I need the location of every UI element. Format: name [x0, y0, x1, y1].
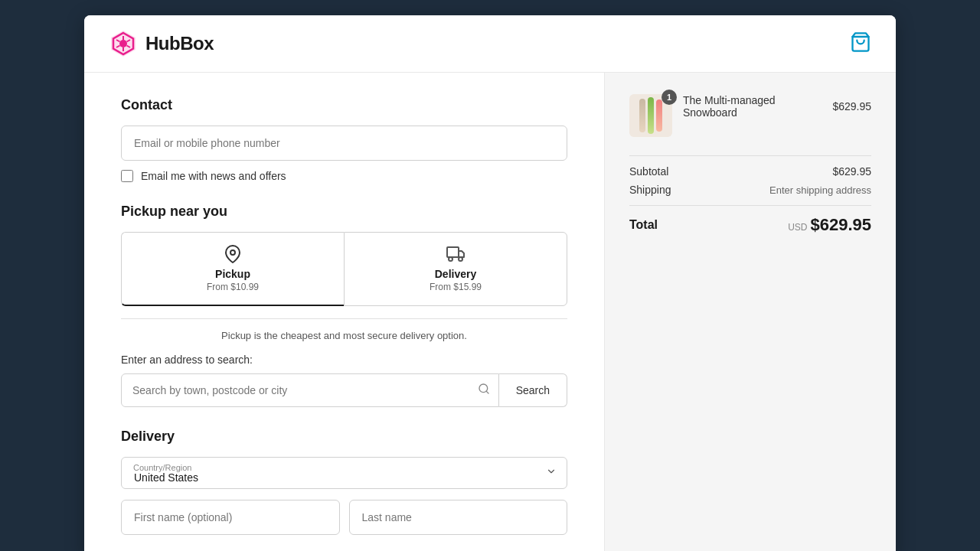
shipping-value: Enter shipping address [769, 184, 871, 196]
search-button[interactable]: Search [499, 373, 567, 407]
location-icon [224, 245, 242, 263]
delivery-heading: Delivery [121, 429, 567, 445]
subtotal-row: Subtotal $629.95 [629, 165, 871, 178]
cart-icon [850, 31, 871, 53]
order-item: 1 The Multi-managed Snowboard $629.95 [629, 94, 871, 137]
search-row: Search [121, 373, 567, 407]
delivery-section: Delivery Country/Region United States Ca… [121, 429, 567, 535]
logo: HubBox [109, 29, 214, 58]
product-name: The Multi-managed Snowboard [683, 94, 825, 119]
pickup-info: Pickup is the cheapest and most secure d… [121, 330, 567, 341]
newsletter-checkbox[interactable] [121, 170, 133, 182]
header: HubBox [84, 15, 896, 73]
product-image-wrapper: 1 [629, 94, 672, 137]
pickup-tab-price: From $10.99 [207, 282, 259, 292]
svg-marker-12 [459, 251, 464, 257]
delivery-options: Pickup From $10.99 Delivery From $15.99 [121, 232, 567, 306]
hubbox-logo-icon [109, 29, 138, 58]
subtotal-label: Subtotal [629, 165, 668, 178]
email-field[interactable] [121, 126, 567, 161]
pickup-section: Pickup near you Pickup From $10.99 [121, 204, 567, 407]
first-name-field[interactable] [121, 500, 340, 535]
delivery-tab-name: Delivery [435, 268, 476, 280]
pickup-tab[interactable]: Pickup From $10.99 [121, 232, 344, 306]
order-summary-panel: 1 The Multi-managed Snowboard $629.95 [605, 73, 896, 551]
truck-icon [446, 245, 465, 263]
name-row [121, 500, 567, 535]
location-search-input[interactable] [121, 373, 499, 407]
svg-point-13 [449, 257, 452, 261]
shipping-label: Shipping [629, 184, 671, 196]
country-select-wrapper: Country/Region United States Canada Unit… [121, 457, 567, 489]
summary-divider-2 [629, 205, 871, 206]
delivery-tab-price: From $15.99 [430, 282, 482, 292]
svg-point-10 [230, 250, 235, 255]
address-label: Enter an address to search: [121, 354, 567, 366]
delivery-tab[interactable]: Delivery From $15.99 [344, 232, 567, 306]
contact-section: Contact Email me with news and offers [121, 97, 567, 182]
total-amount: $629.95 [810, 215, 871, 235]
contact-heading: Contact [121, 97, 567, 113]
main-content: Contact Email me with news and offers Pi… [84, 73, 896, 551]
svg-line-16 [486, 391, 488, 393]
pickup-tab-name: Pickup [215, 268, 250, 280]
total-value-wrapper: USD $629.95 [788, 215, 871, 235]
subtotal-value: $629.95 [832, 165, 871, 178]
cart-button[interactable] [850, 31, 871, 56]
search-icon [478, 383, 490, 398]
options-separator [121, 318, 567, 319]
shipping-row: Shipping Enter shipping address [629, 184, 871, 196]
newsletter-row: Email me with news and offers [121, 170, 567, 182]
last-name-field[interactable] [349, 500, 568, 535]
svg-point-2 [119, 40, 127, 47]
newsletter-label: Email me with news and offers [141, 170, 286, 182]
svg-rect-11 [447, 247, 459, 257]
logo-text: HubBox [145, 33, 214, 54]
search-input-wrapper [121, 373, 499, 407]
product-price: $629.95 [832, 100, 871, 112]
product-badge: 1 [662, 90, 677, 105]
total-row: Total USD $629.95 [629, 215, 871, 235]
country-select[interactable]: United States Canada United Kingdom [121, 457, 567, 489]
snowboard-visual [639, 97, 662, 134]
pickup-heading: Pickup near you [121, 204, 567, 220]
page-wrapper: HubBox Contact Email me with news and of… [84, 15, 896, 551]
order-item-row: The Multi-managed Snowboard $629.95 [683, 94, 871, 119]
summary-divider-1 [629, 155, 871, 156]
left-panel: Contact Email me with news and offers Pi… [84, 73, 605, 551]
svg-point-14 [459, 257, 462, 261]
total-label: Total [629, 218, 658, 232]
total-currency: USD [788, 222, 807, 233]
